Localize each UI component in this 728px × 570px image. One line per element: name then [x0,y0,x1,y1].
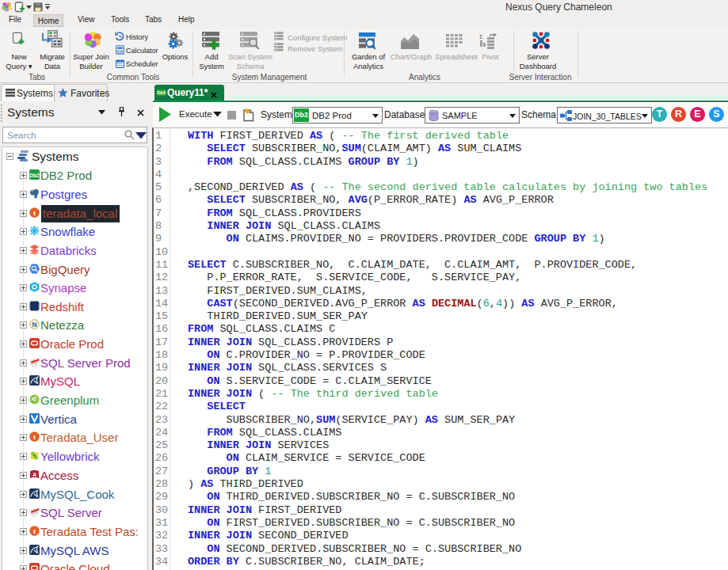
svg-text:t: t [33,433,36,441]
svg-text:Σ: Σ [479,33,483,40]
svg-text:t: t [33,527,36,535]
svg-text:A: A [32,471,36,477]
svg-text:Db2: Db2 [29,172,40,177]
svg-text:N: N [32,320,36,328]
svg-text:t: t [33,209,36,217]
